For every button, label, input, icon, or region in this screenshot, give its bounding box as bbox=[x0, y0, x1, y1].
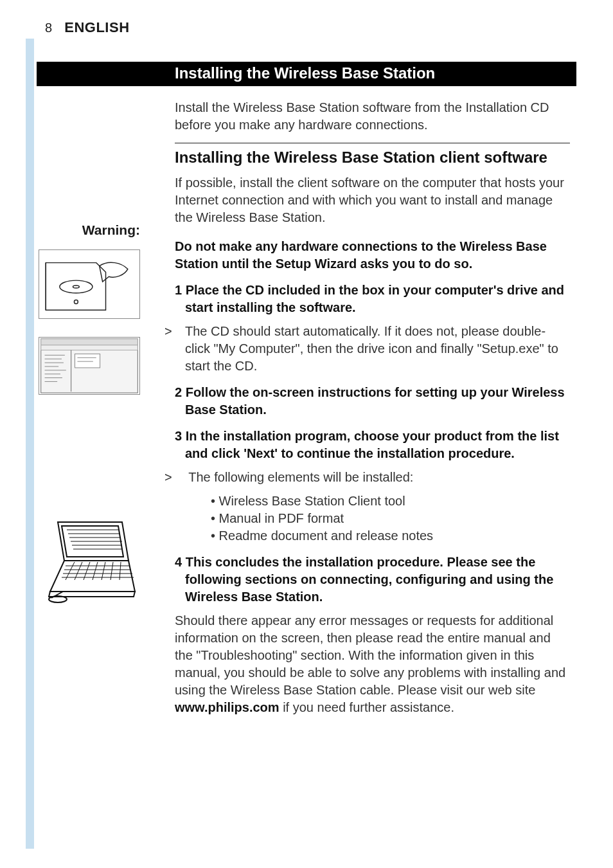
laptop-icon bbox=[39, 516, 140, 606]
svg-rect-5 bbox=[41, 345, 138, 350]
step-3-heading: 3 In the installation program, choose yo… bbox=[185, 428, 570, 462]
step-4-heading: 4 This concludes the installation proced… bbox=[185, 554, 570, 606]
step-1-note-text: The CD should start automatically. If it… bbox=[185, 324, 558, 373]
svg-rect-15 bbox=[75, 354, 100, 368]
step-3-note: > The following elements will be install… bbox=[185, 469, 570, 486]
step-1-heading: 1 Place the CD included in the box in yo… bbox=[185, 282, 570, 316]
step-2: 2 Follow the on-screen instructions for … bbox=[175, 384, 570, 419]
page-header: 8 ENGLISH bbox=[45, 19, 130, 36]
svg-point-1 bbox=[73, 285, 79, 288]
manual-page: 8 ENGLISH Installing the Wireless Base S… bbox=[0, 0, 613, 868]
svg-rect-4 bbox=[41, 339, 138, 345]
figure-insert-cd bbox=[39, 249, 140, 319]
step-4: 4 This concludes the installation proced… bbox=[175, 554, 570, 716]
step-2-heading: 2 Follow the on-screen instructions for … bbox=[185, 384, 570, 419]
final-text-pre: Should there appear any error messages o… bbox=[175, 613, 565, 697]
bullet-item: Readme document and release notes bbox=[211, 527, 570, 545]
website-link: www.philips.com bbox=[175, 700, 280, 714]
final-text: Should there appear any error messages o… bbox=[175, 612, 570, 716]
step-3-bullets: Wireless Base Station Client tool Manual… bbox=[211, 493, 570, 545]
svg-point-2 bbox=[74, 300, 78, 304]
figure-laptop bbox=[39, 516, 140, 606]
step-1-note: >The CD should start automatically. If i… bbox=[185, 323, 570, 375]
subsection-heading: Installing the Wireless Base Station cli… bbox=[175, 147, 570, 168]
page-number: 8 bbox=[45, 21, 53, 35]
bullet-item: Manual in PDF format bbox=[211, 510, 570, 527]
language-label: ENGLISH bbox=[64, 19, 129, 35]
final-text-post: if you need further assistance. bbox=[280, 700, 454, 714]
step-3-note-text: The following elements will be installed… bbox=[188, 470, 413, 484]
insert-cd-icon bbox=[39, 250, 139, 318]
step-3: 3 In the installation program, choose yo… bbox=[175, 428, 570, 545]
divider bbox=[175, 143, 570, 143]
warning-text: Do not make any hardware connections to … bbox=[175, 238, 570, 273]
installer-window-icon bbox=[39, 338, 139, 394]
svg-point-0 bbox=[60, 280, 93, 293]
intro-text: Install the Wireless Base Station softwa… bbox=[175, 99, 570, 134]
left-accent-bar bbox=[26, 39, 34, 849]
subsection-text: If possible, install the client software… bbox=[175, 174, 570, 226]
warning-label: Warning: bbox=[37, 222, 140, 238]
bullet-item: Wireless Base Station Client tool bbox=[211, 493, 570, 510]
step-1: 1 Place the CD included in the box in yo… bbox=[175, 282, 570, 375]
figure-installer-window bbox=[39, 337, 140, 395]
section-title: Installing the Wireless Base Station bbox=[175, 64, 435, 82]
body-content: Install the Wireless Base Station softwa… bbox=[175, 99, 570, 723]
